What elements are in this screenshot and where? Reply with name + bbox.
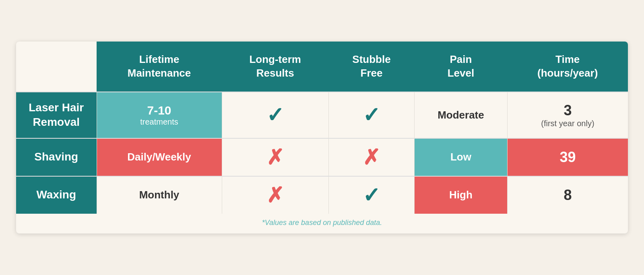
x-icon: ✗ — [363, 146, 380, 169]
header-empty — [16, 42, 97, 92]
laser-maintenance: 7-10 treatments — [97, 92, 222, 138]
header-time: Time (hours/year) — [507, 42, 628, 92]
waxing-time: 8 — [507, 176, 628, 214]
laser-label: Laser Hair Removal — [16, 92, 97, 138]
header-lifetime-maintenance: Lifetime Maintenance — [97, 42, 222, 92]
check-icon: ✓ — [266, 103, 284, 127]
shaving-pain-level: Low — [415, 138, 508, 176]
header-pain-level: Pain Level — [415, 42, 508, 92]
footnote: *Values are based on published data. — [16, 214, 628, 233]
laser-pain-level: Moderate — [415, 92, 508, 138]
row-shaving: Shaving Daily/Weekly ✗ ✗ Low 39 — [16, 138, 628, 176]
waxing-maintenance: Monthly — [97, 176, 222, 214]
comparison-table: Lifetime Maintenance Long-term Results S… — [16, 42, 628, 233]
x-icon: ✗ — [266, 183, 284, 207]
laser-stubble-free: ✓ — [328, 92, 414, 138]
header-long-term-results: Long-term Results — [222, 42, 328, 92]
check-icon: ✓ — [363, 183, 380, 207]
shaving-time: 39 — [507, 138, 628, 176]
shaving-maintenance: Daily/Weekly — [97, 138, 222, 176]
shaving-long-term: ✗ — [222, 138, 328, 176]
waxing-label: Waxing — [16, 176, 97, 214]
laser-time: 3 (first year only) — [507, 92, 628, 138]
row-waxing: Waxing Monthly ✗ ✓ High 8 — [16, 176, 628, 214]
x-icon: ✗ — [266, 146, 284, 169]
row-laser-hair-removal: Laser Hair Removal 7-10 treatments ✓ ✓ M… — [16, 92, 628, 138]
check-icon: ✓ — [363, 103, 380, 127]
shaving-label: Shaving — [16, 138, 97, 176]
waxing-long-term: ✗ — [222, 176, 328, 214]
header-stubble-free: Stubble Free — [328, 42, 414, 92]
waxing-stubble-free: ✓ — [328, 176, 414, 214]
shaving-stubble-free: ✗ — [328, 138, 414, 176]
laser-long-term: ✓ — [222, 92, 328, 138]
waxing-pain-level: High — [415, 176, 508, 214]
